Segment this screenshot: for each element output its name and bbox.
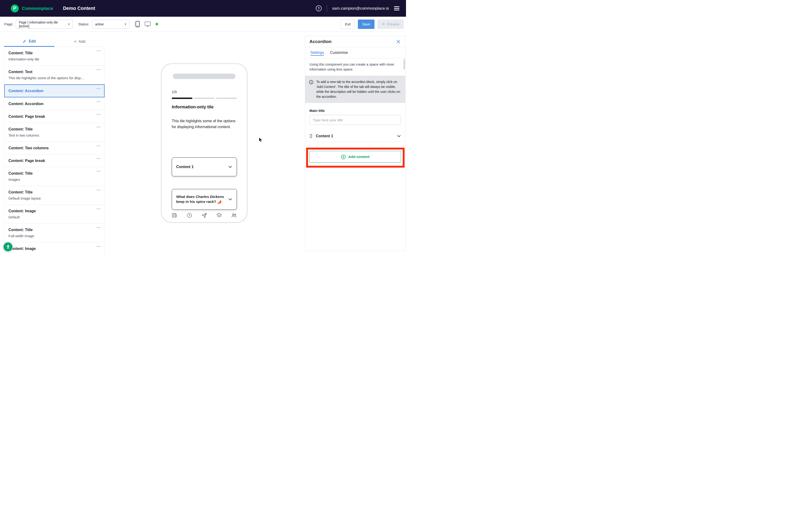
page-select[interactable]: Page | Information-only tile [active] (16, 20, 73, 29)
list-item-title: Content: Image (8, 209, 94, 213)
list-item-title: Content: Image (8, 246, 94, 251)
tile-heading: Information-only tile (172, 104, 237, 110)
drag-handle-icon[interactable] (309, 134, 313, 138)
list-item-title: Content: Text (8, 69, 94, 74)
row-menu-icon[interactable] (96, 86, 102, 91)
mobile-preview-icon[interactable] (135, 21, 140, 27)
tab-edit[interactable]: Edit (4, 36, 54, 47)
row-menu-icon[interactable] (96, 143, 102, 148)
main-title-label: Main title (309, 109, 401, 113)
phone-preview: 1/3 Information-only tile This tile high… (161, 64, 247, 223)
external-arrow-icon (382, 23, 385, 26)
desktop-preview-icon[interactable] (144, 21, 151, 27)
user-email: sam.campion@commonplace.is (332, 6, 389, 11)
brand-name: Commonplace (22, 6, 53, 11)
accordion-1-label: Content 1 (176, 165, 194, 169)
content-list-panel: Edit + Add Content: Title Information-on… (4, 36, 105, 254)
status-dot (155, 23, 158, 26)
tab-add-label: Add (79, 40, 85, 44)
info-text: To add a new tab to the accordion block,… (316, 79, 401, 99)
list-item-title: Content: Title (8, 190, 94, 195)
tile-body-text: This tile highlights some of the options… (172, 118, 237, 130)
status-select-label: Status: (78, 22, 89, 26)
list-item-title: Content: Two columns (8, 145, 94, 151)
list-item-subtitle: Default (8, 215, 94, 219)
list-item-title: Content: Title (8, 227, 94, 232)
content-list: Content: Title Information-only tile Con… (4, 47, 105, 254)
list-item[interactable]: Content: Two columns (4, 142, 104, 155)
commonplace-logo-icon (11, 4, 19, 12)
list-item[interactable]: Content: Page break (4, 110, 104, 123)
progress-label: 1/3 (172, 90, 177, 94)
accessibility-widget-icon[interactable] (3, 242, 13, 252)
list-item-title: Content: Accordion (8, 101, 94, 106)
list-item-title: Content: Title (8, 171, 94, 176)
preview-accordion-1[interactable]: Content 1 (172, 158, 237, 176)
users-icon[interactable] (231, 212, 237, 218)
list-item-subtitle: Information-only tile (8, 57, 94, 61)
list-item[interactable]: Content: Text This tile highlights some … (4, 66, 104, 84)
page-select-value: Page | Information-only tile [active] (19, 20, 65, 28)
toolbar: Page: Page | Information-only tile [acti… (0, 17, 406, 32)
tab-add[interactable]: + Add (54, 36, 105, 47)
row-menu-icon[interactable] (96, 156, 102, 161)
tab-customise[interactable]: Customise (330, 50, 348, 55)
row-menu-icon[interactable] (96, 244, 102, 249)
list-item-title: Content: Title (8, 127, 94, 132)
menu-icon[interactable] (394, 5, 399, 11)
row-menu-icon[interactable] (96, 67, 102, 72)
main-title-input[interactable] (309, 115, 401, 125)
row-menu-icon[interactable] (96, 206, 102, 211)
preview-accordion-2[interactable]: What does Charles Dickens keep in his sp… (172, 189, 237, 210)
row-menu-icon[interactable] (96, 125, 102, 130)
close-icon[interactable] (396, 39, 401, 44)
add-content-label: Add content (348, 155, 369, 159)
clock-icon[interactable] (186, 212, 192, 218)
row-menu-icon[interactable] (96, 48, 102, 53)
row-menu-icon[interactable] (96, 169, 102, 174)
add-content-button[interactable]: Add content (309, 151, 401, 163)
row-menu-icon[interactable] (96, 225, 102, 230)
accordion-settings-panel: Accordion Settings Customise Using this … (305, 36, 406, 251)
list-item[interactable]: Content: Title Full-width image (4, 223, 104, 242)
chevron-down-icon (228, 197, 232, 202)
send-icon[interactable] (201, 212, 207, 218)
list-item[interactable]: Content: Accordion (4, 97, 104, 110)
exit-button[interactable]: Exit (341, 19, 355, 29)
mouse-cursor (259, 137, 264, 144)
list-item-title: Content: Title (8, 50, 94, 55)
list-item-selected[interactable]: Content: Accordion (4, 84, 104, 97)
list-item[interactable]: Content: Page break (4, 155, 104, 167)
info-callout: To add a new tab to the accordion block,… (305, 76, 405, 103)
list-item[interactable]: Content: Image (4, 242, 104, 254)
topbar-divider (327, 5, 327, 12)
tab-settings[interactable]: Settings (310, 50, 324, 55)
list-item-title: Content: Page break (8, 114, 94, 119)
accordion-2-label: What does Charles Dickens keep in his sp… (176, 195, 224, 204)
news-icon[interactable] (171, 212, 177, 218)
status-select-value: active (95, 22, 104, 26)
row-menu-icon[interactable] (96, 99, 102, 104)
row-menu-icon[interactable] (96, 112, 102, 117)
row-menu-icon[interactable] (96, 187, 102, 193)
pencil-icon (22, 39, 27, 43)
save-button[interactable]: Save (358, 19, 374, 29)
preview-button[interactable]: Preview (377, 19, 404, 29)
list-item[interactable]: Content: Title Text in two columns (4, 123, 104, 142)
list-item[interactable]: Content: Title Images (4, 167, 104, 186)
list-item[interactable]: Content: Title Default image layout (4, 186, 104, 205)
content-1-row[interactable]: Content 1 (305, 130, 405, 142)
topbar: Commonplace Demo Content sam.campion@com… (0, 0, 406, 17)
list-item[interactable]: Content: Title Information-only tile (4, 47, 104, 66)
layers-icon[interactable] (216, 212, 222, 218)
status-select[interactable]: active (92, 20, 129, 29)
scrollbar-thumb[interactable] (404, 59, 405, 69)
panel-title: Accordion (309, 39, 331, 44)
phone-bottom-nav (171, 212, 237, 218)
plus-circle-icon (341, 155, 346, 159)
help-icon[interactable] (316, 5, 322, 11)
chevron-down-icon (397, 134, 401, 138)
list-item-title: Content: Page break (8, 158, 94, 163)
list-item[interactable]: Content: Image Default (4, 205, 104, 223)
progress-bar (172, 97, 237, 99)
